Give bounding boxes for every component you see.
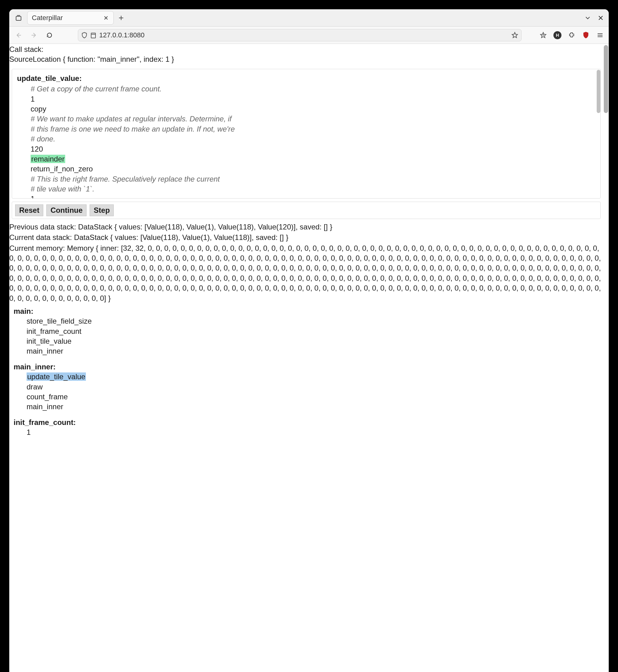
- close-tab-icon[interactable]: [102, 14, 110, 22]
- site-info-icon[interactable]: [91, 32, 96, 38]
- recent-tabs-icon[interactable]: [12, 11, 25, 25]
- page-content: Call stack: SourceLocation { function: "…: [9, 44, 603, 672]
- code-line: # This is the right frame. Speculatively…: [17, 174, 596, 184]
- code-line: # We want to make updates at regular int…: [17, 114, 596, 124]
- function-call: count_frame: [14, 392, 599, 402]
- forward-button[interactable]: [28, 30, 39, 41]
- code-line: # this frame is one we need to make an u…: [17, 124, 596, 134]
- function-call: main_inner: [14, 402, 599, 412]
- code-line: 1: [17, 194, 596, 198]
- function-call: store_tile_field_size: [14, 316, 599, 326]
- viewport: Call stack: SourceLocation { function: "…: [9, 44, 609, 672]
- hamburger-menu-icon[interactable]: [595, 30, 605, 40]
- code-line: return_if_non_zero: [17, 164, 596, 174]
- code-line: # Get a copy of the current frame count.: [17, 84, 596, 94]
- debug-button-row: Reset Continue Step: [12, 201, 601, 219]
- extensions-icon[interactable]: [567, 30, 577, 40]
- current-stack: Current data stack: DataStack { values: …: [9, 232, 603, 242]
- code-panel-scrollbar[interactable]: [597, 70, 600, 113]
- browser-window: Caterpillar: [9, 9, 609, 672]
- tab-title: Caterpillar: [32, 14, 99, 22]
- tab-strip: Caterpillar: [9, 9, 609, 26]
- function-call: draw: [14, 382, 599, 392]
- code-line: copy: [17, 104, 596, 114]
- toolbar: 127.0.0.1:8080 H: [9, 26, 609, 44]
- url-text: 127.0.0.1:8080: [99, 31, 508, 39]
- call-stack-label: Call stack:: [9, 44, 603, 54]
- tabs-dropdown-icon[interactable]: [582, 12, 593, 23]
- code-panel: update_tile_value: # Get a copy of the c…: [12, 69, 601, 198]
- function-call: update_tile_value: [14, 372, 599, 382]
- active-call-highlight: update_tile_value: [26, 373, 86, 381]
- code-line: 1: [17, 94, 596, 104]
- function-call: init_frame_count: [14, 326, 599, 336]
- current-memory: Current memory: Memory { inner: [32, 32,…: [9, 243, 603, 303]
- tracking-protection-icon[interactable]: [81, 32, 87, 39]
- function-label: main_inner:: [14, 362, 599, 372]
- url-bar[interactable]: 127.0.0.1:8080: [78, 29, 522, 41]
- function-call: main_inner: [14, 346, 599, 356]
- back-button[interactable]: [13, 30, 24, 41]
- bookmark-icon[interactable]: [511, 32, 518, 39]
- continue-button[interactable]: Continue: [46, 205, 87, 216]
- function-listing: main:store_tile_field_sizeinit_frame_cou…: [9, 303, 603, 438]
- function-label: main:: [14, 306, 599, 316]
- new-tab-button[interactable]: [116, 12, 127, 23]
- code-function-label: update_tile_value:: [17, 74, 596, 84]
- svg-rect-1: [91, 33, 96, 38]
- page-scrollbar[interactable]: [604, 45, 608, 113]
- hn-badge-icon[interactable]: H: [552, 30, 562, 40]
- reset-button[interactable]: Reset: [15, 205, 43, 216]
- call-stack-entry: SourceLocation { function: "main_inner",…: [9, 54, 603, 64]
- svg-rect-0: [16, 16, 21, 20]
- code-line: # done.: [17, 134, 596, 144]
- ublock-icon[interactable]: [581, 30, 591, 40]
- step-button[interactable]: Step: [90, 205, 114, 216]
- code-line: # tile value with `1`.: [17, 184, 596, 194]
- code-line: remainder: [17, 154, 596, 164]
- current-instruction-highlight: remainder: [30, 155, 65, 163]
- pocket-icon[interactable]: [538, 30, 548, 40]
- tab-active[interactable]: Caterpillar: [27, 11, 114, 25]
- reload-button[interactable]: [44, 30, 55, 41]
- previous-stack: Previous data stack: DataStack { values:…: [9, 222, 603, 232]
- function-call: init_tile_value: [14, 336, 599, 346]
- function-label: init_frame_count:: [14, 417, 599, 427]
- function-call: 1: [14, 427, 599, 437]
- window-close-icon[interactable]: [595, 12, 606, 23]
- code-line: 120: [17, 144, 596, 154]
